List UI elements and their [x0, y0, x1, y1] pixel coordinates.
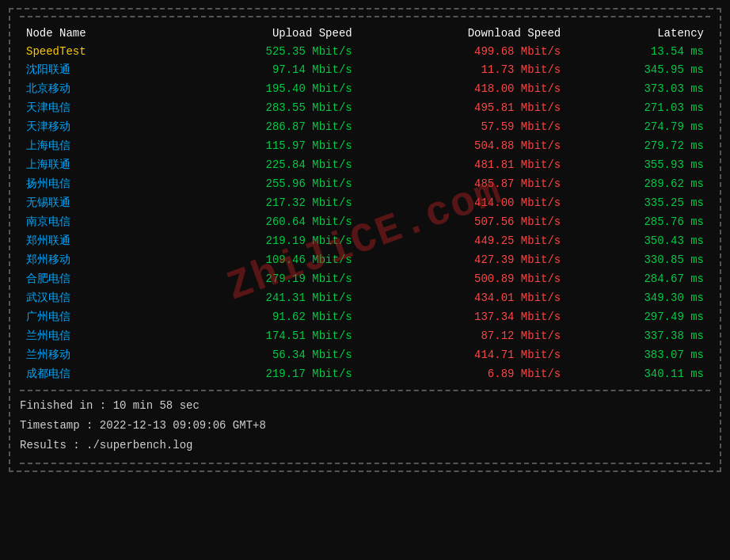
footer-results: Results : ./superbench.log	[20, 436, 710, 455]
cell-download-speed: 449.25 Mbit/s	[359, 231, 568, 250]
cell-node-name: 南京电信	[20, 212, 163, 231]
table-row: 南京电信260.64 Mbit/s507.56 Mbit/s285.76 ms	[20, 212, 710, 231]
cell-node-name: 天津电信	[20, 98, 163, 117]
cell-upload-speed: 97.14 Mbit/s	[163, 60, 359, 79]
table-row: 武汉电信241.31 Mbit/s434.01 Mbit/s349.30 ms	[20, 288, 710, 307]
col-header-latency: Latency	[567, 24, 710, 43]
cell-download-speed: 495.81 Mbit/s	[359, 98, 568, 117]
cell-upload-speed: 241.31 Mbit/s	[163, 288, 359, 307]
cell-node-name: 郑州移动	[20, 250, 163, 269]
cell-node-name: 沈阳联通	[20, 60, 163, 79]
table-row: 郑州联通219.19 Mbit/s449.25 Mbit/s350.43 ms	[20, 231, 710, 250]
cell-upload-speed: 219.17 Mbit/s	[163, 364, 359, 383]
table-row: 合肥电信279.19 Mbit/s500.89 Mbit/s284.67 ms	[20, 269, 710, 288]
col-header-upload: Upload Speed	[163, 24, 359, 43]
cell-latency: 340.11 ms	[567, 364, 710, 383]
cell-node-name: 广州电信	[20, 307, 163, 326]
timestamp-label: Timestamp	[20, 419, 80, 432]
cell-latency: 373.03 ms	[567, 79, 710, 98]
cell-upload-speed: 115.97 Mbit/s	[163, 136, 359, 155]
cell-latency: 350.43 ms	[567, 231, 710, 250]
cell-node-name: 北京移动	[20, 79, 163, 98]
table-row: 郑州移动109.46 Mbit/s427.39 Mbit/s330.85 ms	[20, 250, 710, 269]
cell-latency: 355.93 ms	[567, 155, 710, 174]
cell-download-speed: 57.59 Mbit/s	[359, 117, 568, 136]
table-row: 北京移动195.40 Mbit/s418.00 Mbit/s373.03 ms	[20, 79, 710, 98]
cell-download-speed: 6.89 Mbit/s	[359, 364, 568, 383]
cell-download-speed: 11.73 Mbit/s	[359, 60, 568, 79]
cell-upload-speed: 286.87 Mbit/s	[163, 117, 359, 136]
footer-timestamp: Timestamp : 2022-12-13 09:09:06 GMT+8	[20, 416, 710, 436]
cell-upload-speed: 109.46 Mbit/s	[163, 250, 359, 269]
cell-node-name: SpeedTest	[20, 43, 163, 60]
cell-latency: 284.67 ms	[567, 269, 710, 288]
cell-latency: 345.95 ms	[567, 60, 710, 79]
footer: Finished in : 10 min 58 sec Timestamp : …	[20, 396, 710, 456]
cell-latency: 383.07 ms	[567, 345, 710, 364]
cell-latency: 279.72 ms	[567, 136, 710, 155]
timestamp-value: 2022-12-13 09:09:06 GMT+8	[100, 419, 266, 432]
results-label: Results	[20, 439, 67, 451]
finished-label: Finished in	[20, 399, 93, 412]
main-container: ZhiJiCE.com Node Name Upload Speed Downl…	[9, 8, 721, 472]
speed-table: Node Name Upload Speed Download Speed La…	[20, 24, 710, 383]
cell-node-name: 兰州移动	[20, 345, 163, 364]
cell-download-speed: 434.01 Mbit/s	[359, 288, 568, 307]
cell-node-name: 天津移动	[20, 117, 163, 136]
cell-node-name: 上海电信	[20, 136, 163, 155]
cell-download-speed: 414.71 Mbit/s	[359, 345, 568, 364]
cell-upload-speed: 260.64 Mbit/s	[163, 212, 359, 231]
cell-latency: 349.30 ms	[567, 288, 710, 307]
cell-download-speed: 500.89 Mbit/s	[359, 269, 568, 288]
table-row: 广州电信91.62 Mbit/s137.34 Mbit/s297.49 ms	[20, 307, 710, 326]
cell-upload-speed: 217.32 Mbit/s	[163, 193, 359, 212]
cell-upload-speed: 91.62 Mbit/s	[163, 307, 359, 326]
cell-latency: 335.25 ms	[567, 193, 710, 212]
cell-download-speed: 427.39 Mbit/s	[359, 250, 568, 269]
cell-latency: 271.03 ms	[567, 98, 710, 117]
table-row: 上海联通225.84 Mbit/s481.81 Mbit/s355.93 ms	[20, 155, 710, 174]
cell-upload-speed: 225.84 Mbit/s	[163, 155, 359, 174]
cell-download-speed: 137.34 Mbit/s	[359, 307, 568, 326]
table-row: 扬州电信255.96 Mbit/s485.87 Mbit/s289.62 ms	[20, 174, 710, 193]
cell-upload-speed: 279.19 Mbit/s	[163, 269, 359, 288]
cell-download-speed: 507.56 Mbit/s	[359, 212, 568, 231]
cell-download-speed: 485.87 Mbit/s	[359, 174, 568, 193]
cell-latency: 297.49 ms	[567, 307, 710, 326]
table-row: 兰州电信174.51 Mbit/s87.12 Mbit/s337.38 ms	[20, 326, 710, 345]
cell-download-speed: 481.81 Mbit/s	[359, 155, 568, 174]
cell-node-name: 成都电信	[20, 364, 163, 383]
table-row: 兰州移动56.34 Mbit/s414.71 Mbit/s383.07 ms	[20, 345, 710, 364]
table-row: 天津电信283.55 Mbit/s495.81 Mbit/s271.03 ms	[20, 98, 710, 117]
cell-node-name: 郑州联通	[20, 231, 163, 250]
table-row: SpeedTest525.35 Mbit/s499.68 Mbit/s13.54…	[20, 43, 710, 60]
cell-node-name: 武汉电信	[20, 288, 163, 307]
cell-latency: 285.76 ms	[567, 212, 710, 231]
cell-latency: 330.85 ms	[567, 250, 710, 269]
cell-latency: 289.62 ms	[567, 174, 710, 193]
divider	[20, 390, 710, 391]
table-row: 上海电信115.97 Mbit/s504.88 Mbit/s279.72 ms	[20, 136, 710, 155]
cell-latency: 13.54 ms	[567, 43, 710, 60]
table-row: 沈阳联通97.14 Mbit/s11.73 Mbit/s345.95 ms	[20, 60, 710, 79]
cell-upload-speed: 174.51 Mbit/s	[163, 326, 359, 345]
cell-upload-speed: 195.40 Mbit/s	[163, 79, 359, 98]
cell-upload-speed: 255.96 Mbit/s	[163, 174, 359, 193]
cell-node-name: 合肥电信	[20, 269, 163, 288]
table-row: 无锡联通217.32 Mbit/s414.00 Mbit/s335.25 ms	[20, 193, 710, 212]
cell-node-name: 兰州电信	[20, 326, 163, 345]
cell-node-name: 扬州电信	[20, 174, 163, 193]
cell-latency: 337.38 ms	[567, 326, 710, 345]
cell-download-speed: 418.00 Mbit/s	[359, 79, 568, 98]
col-header-download: Download Speed	[359, 24, 568, 43]
cell-latency: 274.79 ms	[567, 117, 710, 136]
table-row: 天津移动286.87 Mbit/s57.59 Mbit/s274.79 ms	[20, 117, 710, 136]
cell-upload-speed: 525.35 Mbit/s	[163, 43, 359, 60]
finished-value: 10 min 58 sec	[113, 399, 200, 412]
results-value: ./superbench.log	[86, 439, 192, 451]
cell-upload-speed: 219.19 Mbit/s	[163, 231, 359, 250]
cell-download-speed: 499.68 Mbit/s	[359, 43, 568, 60]
cell-download-speed: 87.12 Mbit/s	[359, 326, 568, 345]
cell-upload-speed: 56.34 Mbit/s	[163, 345, 359, 364]
table-row: 成都电信219.17 Mbit/s6.89 Mbit/s340.11 ms	[20, 364, 710, 383]
